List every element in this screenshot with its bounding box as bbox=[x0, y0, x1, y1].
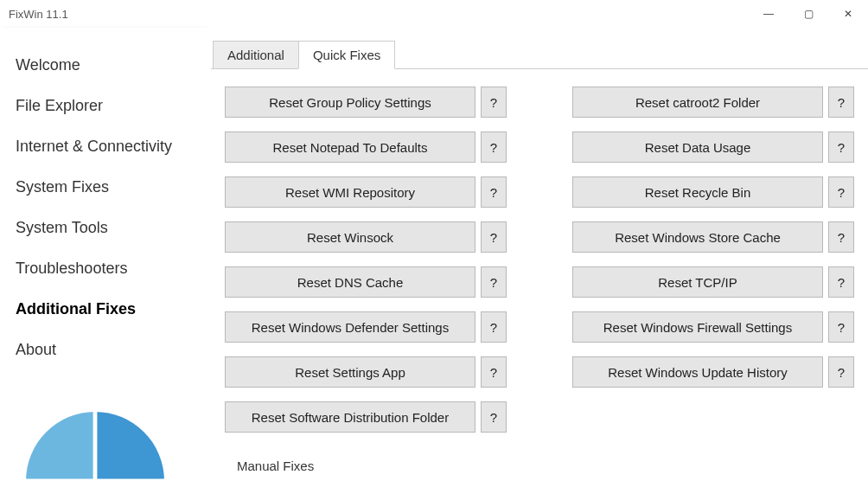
sidebar-item-additional-fixes[interactable]: Additional Fixes bbox=[0, 289, 206, 330]
manual-fixes-heading: Manual Fixes bbox=[225, 459, 854, 473]
sidebar-item-system-tools[interactable]: System Tools bbox=[0, 208, 206, 248]
reset-settings-app-button[interactable]: Reset Settings App bbox=[225, 356, 475, 388]
reset-group-policy-settings-button[interactable]: Reset Group Policy Settings bbox=[225, 87, 475, 118]
close-button[interactable]: ✕ bbox=[828, 0, 868, 28]
help-notepad-button[interactable]: ? bbox=[481, 131, 507, 163]
reset-dns-cache-button[interactable]: Reset DNS Cache bbox=[225, 266, 475, 298]
help-catroot2-button[interactable]: ? bbox=[828, 87, 854, 118]
help-recycle-bin-button[interactable]: ? bbox=[828, 176, 854, 208]
help-tcpip-button[interactable]: ? bbox=[828, 266, 854, 298]
minimize-button[interactable]: — bbox=[749, 0, 788, 28]
tab-additional[interactable]: Additional bbox=[213, 41, 299, 69]
reset-winsock-button[interactable]: Reset Winsock bbox=[225, 221, 475, 253]
help-settings-app-button[interactable]: ? bbox=[481, 356, 507, 388]
sidebar-item-about[interactable]: About bbox=[0, 330, 206, 370]
fixes-grid: Reset Group Policy Settings ? Reset catr… bbox=[225, 87, 854, 433]
main-panel: Additional Quick Fixes Reset Group Polic… bbox=[206, 28, 868, 481]
reset-tcpip-button[interactable]: Reset TCP/IP bbox=[572, 266, 823, 298]
sidebar-item-welcome[interactable]: Welcome bbox=[0, 45, 206, 86]
help-firewall-button[interactable]: ? bbox=[828, 311, 854, 343]
reset-windows-defender-settings-button[interactable]: Reset Windows Defender Settings bbox=[225, 311, 475, 343]
help-update-history-button[interactable]: ? bbox=[828, 356, 854, 388]
tabs: Additional Quick Fixes bbox=[211, 38, 868, 69]
reset-notepad-defaults-button[interactable]: Reset Notepad To Defaults bbox=[225, 131, 475, 163]
sidebar-item-internet-connectivity[interactable]: Internet & Connectivity bbox=[0, 126, 206, 167]
reset-recycle-bin-button[interactable]: Reset Recycle Bin bbox=[572, 176, 823, 208]
reset-windows-firewall-settings-button[interactable]: Reset Windows Firewall Settings bbox=[572, 311, 823, 343]
reset-data-usage-button[interactable]: Reset Data Usage bbox=[572, 131, 823, 163]
help-dns-cache-button[interactable]: ? bbox=[481, 266, 507, 298]
pie-icon bbox=[26, 412, 164, 481]
sidebar-item-system-fixes[interactable]: System Fixes bbox=[0, 167, 206, 208]
help-defender-button[interactable]: ? bbox=[481, 311, 507, 343]
content: Welcome File Explorer Internet & Connect… bbox=[0, 28, 868, 481]
tab-quick-fixes[interactable]: Quick Fixes bbox=[298, 41, 395, 69]
reset-windows-update-history-button[interactable]: Reset Windows Update History bbox=[572, 356, 823, 388]
help-data-usage-button[interactable]: ? bbox=[828, 131, 854, 163]
sidebar: Welcome File Explorer Internet & Connect… bbox=[0, 28, 206, 481]
tab-body-quick-fixes: Reset Group Policy Settings ? Reset catr… bbox=[211, 68, 868, 481]
titlebar: FixWin 11.1 — ▢ ✕ bbox=[0, 0, 868, 28]
reset-catroot2-folder-button[interactable]: Reset catroot2 Folder bbox=[572, 87, 823, 118]
help-software-distribution-button[interactable]: ? bbox=[481, 401, 507, 433]
reset-windows-store-cache-button[interactable]: Reset Windows Store Cache bbox=[572, 221, 823, 253]
help-store-cache-button[interactable]: ? bbox=[828, 221, 854, 253]
maximize-button[interactable]: ▢ bbox=[788, 0, 828, 28]
window-controls: — ▢ ✕ bbox=[749, 0, 868, 28]
help-winsock-button[interactable]: ? bbox=[481, 221, 507, 253]
reset-software-distribution-folder-button[interactable]: Reset Software Distribution Folder bbox=[225, 401, 475, 433]
help-wmi-button[interactable]: ? bbox=[481, 176, 507, 208]
sidebar-item-file-explorer[interactable]: File Explorer bbox=[0, 86, 206, 126]
sidebar-item-troubleshooters[interactable]: Troubleshooters bbox=[0, 248, 206, 289]
reset-wmi-repository-button[interactable]: Reset WMI Repository bbox=[225, 176, 475, 208]
sidebar-pie-chart bbox=[0, 403, 206, 481]
help-group-policy-button[interactable]: ? bbox=[481, 87, 507, 118]
window-title: FixWin 11.1 bbox=[9, 8, 68, 21]
